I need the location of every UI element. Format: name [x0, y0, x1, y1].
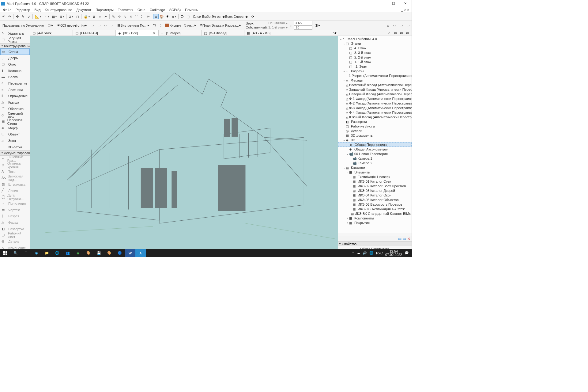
menu-options[interactable]: Параметры — [93, 7, 116, 12]
nav-item[interactable]: ◎Детали — [338, 128, 412, 133]
curtainwall-tool[interactable]: ▦Навесная Стена — [0, 118, 30, 125]
defaults-button[interactable]: Параметры по Умолчанию — [1, 21, 45, 29]
modify-icon[interactable]: ⟐ — [97, 14, 103, 19]
detail-tool[interactable]: ◎Деталь — [0, 238, 30, 245]
mdi-window-controls[interactable]: _ ⌀ × — [401, 8, 411, 12]
skylight-tool[interactable]: ◇Световой Люк — [0, 112, 30, 118]
nav-item[interactable]: ⌄📹00 Новая Траектория — [338, 151, 412, 156]
level-tool[interactable]: ⊕Отметка Уровня — [0, 162, 30, 169]
dim-tool[interactable]: ↔Линейный Раз… — [0, 156, 30, 162]
nav-item[interactable]: ▦ИКЭ-07 Экспликация 1-й этаж — [338, 207, 412, 211]
nav-item[interactable]: ▢2. 2-й этаж — [338, 55, 412, 59]
app-edge-icon[interactable]: 🌐 — [52, 249, 62, 257]
tab-3d[interactable]: ◈[3D / Все]✕ — [116, 30, 159, 36]
app-save-icon[interactable]: 💾 — [94, 249, 104, 257]
nav-item[interactable]: ◧Развертки — [338, 119, 412, 124]
close-tab-icon[interactable]: ✕ — [152, 31, 156, 35]
app-browser-icon[interactable]: ◉ — [31, 249, 42, 257]
undo-icon[interactable]: ↶ — [1, 14, 6, 19]
tab-section1[interactable]: ⟊[1 Разрез] — [159, 30, 202, 36]
eyedropper-icon[interactable]: ✎ — [20, 14, 26, 19]
ie-tool[interactable]: ◧Развертка — [0, 226, 30, 232]
nav-view2-icon[interactable]: ▭ — [398, 21, 404, 29]
nav-item[interactable]: △Южный Фасад (Автоматически Перестраивае… — [338, 115, 412, 119]
nav-item[interactable]: ⟊1 Разрез (Автоматически Перестраиваемая… — [338, 73, 412, 78]
section-design[interactable]: ▾Конструирование — [0, 43, 30, 49]
column-tool[interactable]: ▮Колонна — [0, 67, 30, 74]
minimize-button[interactable]: ─ — [376, 0, 387, 7]
tray-cloud-icon[interactable]: ☁ — [357, 251, 360, 255]
redo-icon[interactable]: ↷ — [7, 14, 12, 19]
marquee-3d-icon[interactable]: ⬚ — [185, 14, 191, 19]
nav-item[interactable]: ▦ИКЭ-03 Каталог Дверей — [338, 188, 412, 193]
window-tool[interactable]: ▢Окно — [0, 61, 30, 68]
grid-dropdown[interactable]: ▦▾ — [51, 13, 58, 20]
nav-item[interactable]: ◈Общая Аксонометрия — [338, 147, 412, 151]
menu-design[interactable]: Конструирование — [43, 7, 74, 12]
menu-edit[interactable]: Редактор — [13, 7, 32, 12]
drawing-tool[interactable]: ▭Чертеж — [0, 207, 30, 213]
app-palette-icon[interactable]: 🎨 — [104, 249, 115, 257]
marquee-tool[interactable]: ⬚Бегущая Рамка — [0, 37, 30, 43]
nav-clone-icon[interactable]: ▭ — [403, 237, 406, 241]
nav-item[interactable]: ▦ИКЭ-06 Ведомость Проемов — [338, 202, 412, 207]
nav-item[interactable]: △Ф-4 Фасад (Автоматически Перестраиваема… — [338, 110, 412, 115]
menu-file[interactable]: Файл — [1, 7, 13, 12]
top-floor-dropdown[interactable]: 1. 1-й этаж ▸ — [268, 25, 288, 29]
syringe-icon[interactable]: ⤢ — [26, 14, 32, 19]
nav-item[interactable]: △Восточный Фасад (Автоматически Перестра… — [338, 82, 412, 87]
nav-item[interactable]: ⌄▢Этажи — [338, 41, 412, 46]
cut-icon[interactable]: ⎔ — [179, 14, 185, 19]
nav-item[interactable]: ▢3. 3-й этаж — [338, 50, 412, 55]
tray-vol-icon[interactable]: 🔊 — [363, 251, 367, 255]
elev-tool[interactable]: △Фасад — [0, 219, 30, 226]
stair-tool[interactable]: ≡Лестница — [0, 86, 30, 93]
beam-tool[interactable]: ▬Балка — [0, 74, 30, 80]
tray-notif-icon[interactable]: 💬 — [405, 251, 409, 255]
shell-tool[interactable]: ⌒Оболочка — [0, 106, 30, 112]
lock-dropdown[interactable]: 🔒▾ — [82, 13, 91, 20]
nav-item[interactable]: ⌄▦Элементы — [338, 170, 412, 174]
plan-display-selector[interactable]: ⧉ План Этажа и Разрез… ▸ — [198, 21, 243, 29]
construction-icon4[interactable]: ⟋ — [109, 21, 115, 29]
snap-dropdown[interactable]: ⊞▾ — [58, 13, 65, 20]
door-tool[interactable]: ▯Дверь — [0, 55, 30, 61]
nav-item[interactable]: ▦3D-документы — [338, 133, 412, 138]
material-selector[interactable]: Кирпич - Глин… ▸ — [164, 21, 198, 29]
menu-scp[interactable]: SCP(S) — [167, 7, 183, 12]
measure-dropdown[interactable]: ⟋▾ — [43, 13, 50, 20]
tab-f1[interactable]: ▢[Ф-1 Фасад] — [202, 30, 244, 36]
nav-new-icon[interactable]: ▭ — [398, 237, 401, 241]
square-icon[interactable]: ◻ — [75, 14, 80, 19]
app-teams-icon[interactable]: 👥 — [62, 249, 73, 257]
nav-delete-icon[interactable]: ✕ — [407, 237, 410, 241]
nav-item[interactable]: ▢Рабочие Листы — [338, 124, 412, 128]
tray-chevron-icon[interactable]: ⌃ — [352, 251, 354, 255]
app-archicad-icon[interactable]: A — [135, 249, 146, 257]
wall-style-selector[interactable]: ▦ Внутренняя По… ▸ — [116, 21, 151, 29]
arc-tool[interactable]: ◯Дуга/Окружно… — [0, 194, 30, 200]
menu-document[interactable]: Документ — [74, 7, 94, 12]
edit-icon[interactable]: ✎ — [111, 14, 116, 19]
refresh-icon[interactable]: ⟳ — [250, 14, 255, 19]
more-icon[interactable]: ◨ ▸ — [313, 21, 322, 29]
text-tool[interactable]: AТекст — [0, 169, 30, 175]
maximize-button[interactable]: ☐ — [388, 0, 399, 7]
3dview-dropdown[interactable]: ◈▾ — [171, 13, 177, 20]
nav-home-icon[interactable]: ⌂ — [386, 21, 391, 29]
nav-item[interactable]: ▦ИКЭ-ВХ Стандартный Каталог BIMx — [338, 211, 412, 216]
geometry-method[interactable]: ▢ ▸ — [46, 21, 55, 29]
nav-view1-icon[interactable]: ▭ — [391, 21, 398, 29]
nav-item[interactable]: △Ф-3 Фасад (Автоматически Перестраиваема… — [338, 105, 412, 110]
arrow-tool[interactable]: ↖Указатель — [0, 30, 30, 37]
tab-a3[interactable]: ▦[А3 - А - Ф3] — [244, 30, 287, 36]
section-tool[interactable]: ⟊Разрез — [0, 213, 30, 219]
railing-tool[interactable]: ⦀Ограждение — [0, 93, 30, 99]
nav-item[interactable]: ⌄▦Каталоги — [338, 165, 412, 170]
polyline-tool[interactable]: ⟋Полилиния — [0, 200, 30, 207]
3d-icon[interactable]: ⧈ — [153, 14, 159, 19]
construction-icon3[interactable]: ▱ — [103, 21, 108, 29]
menu-teamwork[interactable]: Teamwork — [116, 7, 135, 12]
wall-tool[interactable]: ▭Стена — [0, 48, 30, 55]
split-icon[interactable]: ⊹ — [116, 14, 122, 19]
